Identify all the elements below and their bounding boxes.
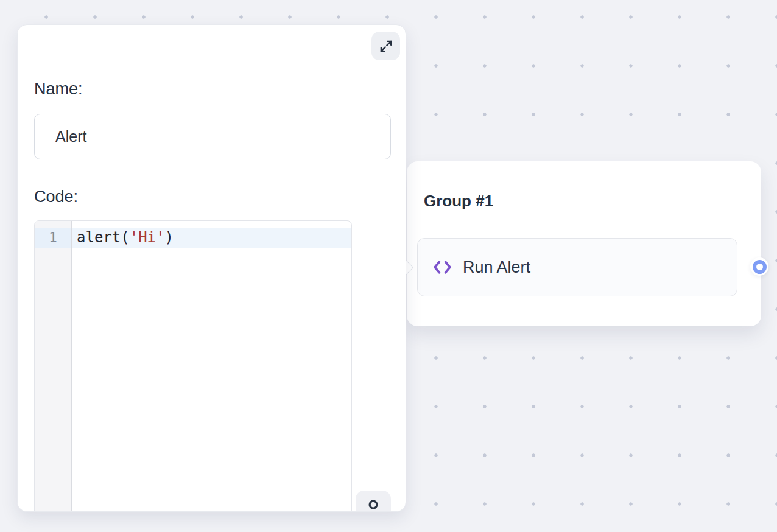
group-card: Group #1 Run Alert bbox=[407, 161, 761, 326]
code-token-plain: ) bbox=[165, 229, 174, 246]
expand-icon bbox=[378, 38, 394, 54]
group-title: Group #1 bbox=[424, 192, 493, 211]
code-token-plain: alert( bbox=[77, 229, 130, 246]
name-input[interactable] bbox=[34, 114, 391, 159]
code-icon bbox=[432, 258, 453, 276]
code-field-label: Code: bbox=[34, 187, 78, 206]
code-token-string: 'Hi' bbox=[130, 229, 165, 246]
output-handle[interactable] bbox=[750, 257, 768, 276]
expand-button[interactable] bbox=[371, 32, 400, 60]
name-field-label: Name: bbox=[34, 80, 83, 99]
code-editor-gutter: 1 bbox=[35, 221, 72, 512]
user-button[interactable] bbox=[356, 491, 391, 512]
node-run-alert[interactable]: Run Alert bbox=[417, 238, 737, 296]
person-icon bbox=[361, 497, 385, 512]
output-handle-ring bbox=[753, 260, 767, 274]
code-editor[interactable]: 1 alert('Hi') bbox=[34, 220, 352, 512]
node-editor-panel: Name: Code: 1 alert('Hi') bbox=[17, 24, 406, 512]
node-label: Run Alert bbox=[463, 258, 530, 277]
line-number: 1 bbox=[35, 228, 71, 248]
flow-canvas[interactable]: { "colors": { "canvas-bg": "#f1f2f6", "d… bbox=[0, 0, 777, 532]
code-line-active[interactable]: alert('Hi') bbox=[72, 228, 351, 248]
code-editor-content[interactable]: alert('Hi') bbox=[72, 221, 351, 512]
